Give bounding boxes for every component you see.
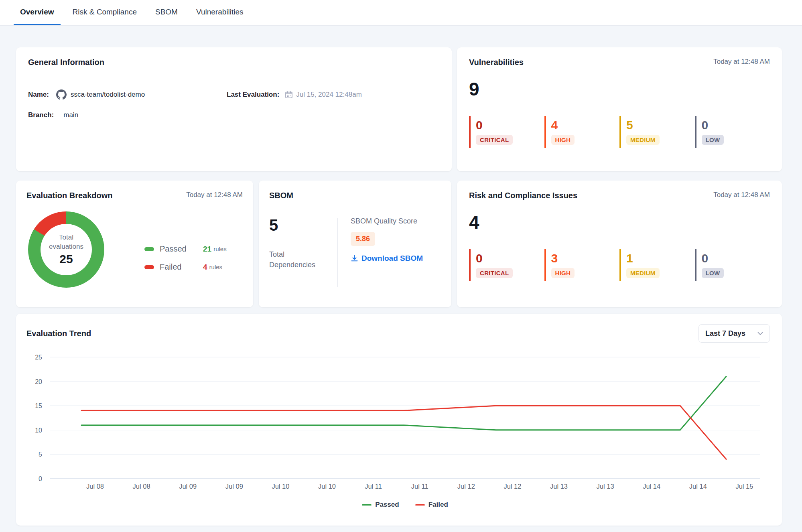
branch-value: main bbox=[63, 111, 78, 119]
risk-compliance-total: 4 bbox=[469, 213, 770, 231]
card-title: General Information bbox=[28, 58, 440, 67]
svg-text:Jul 15: Jul 15 bbox=[735, 483, 753, 490]
tab-sbom[interactable]: SBOM bbox=[149, 0, 184, 25]
svg-text:25: 25 bbox=[35, 354, 42, 361]
severity-count: 0 bbox=[702, 119, 770, 131]
svg-text:Jul 14: Jul 14 bbox=[643, 483, 660, 490]
evaluation-breakdown-timestamp: Today at 12:48 AM bbox=[186, 191, 243, 199]
severity-count: 0 bbox=[702, 252, 770, 264]
legend-row-failed: Failed 4 rules bbox=[144, 262, 227, 272]
trend-chart-legend: PassedFailed bbox=[50, 501, 760, 509]
vulnerabilities-total: 9 bbox=[469, 80, 770, 98]
svg-text:Jul 14: Jul 14 bbox=[689, 483, 707, 490]
tab-overview[interactable]: Overview bbox=[14, 0, 61, 25]
trend-line-chart: 0510152025Jul 08Jul 08Jul 09Jul 09Jul 10… bbox=[16, 314, 782, 526]
card-title: SBOM bbox=[269, 191, 441, 200]
evaluation-breakdown-card: Evaluation Breakdown Today at 12:48 AM T… bbox=[16, 181, 253, 307]
legend-passed-unit: rules bbox=[213, 246, 227, 252]
calendar-icon bbox=[285, 91, 293, 99]
sbom-quality-score-badge: 5.86 bbox=[351, 232, 375, 246]
vulnerabilities-card: Vulnerabilities Today at 12:48 AM 9 0 CR… bbox=[457, 47, 782, 171]
severity-item: 4 HIGH bbox=[544, 116, 620, 148]
sbom-quality-score-label: SBOM Quality Score bbox=[351, 217, 423, 225]
failed-line-icon bbox=[415, 504, 425, 506]
severity-count: 3 bbox=[551, 252, 620, 264]
severity-count: 0 bbox=[476, 119, 544, 131]
severity-count: 4 bbox=[551, 119, 620, 131]
download-sbom-label: Download SBOM bbox=[361, 254, 423, 263]
trend-legend-label: Failed bbox=[428, 501, 448, 509]
svg-text:Jul 09: Jul 09 bbox=[179, 483, 197, 490]
branch-label: Branch: bbox=[28, 111, 54, 119]
severity-badge: HIGH bbox=[551, 268, 575, 278]
risk-compliance-severity-row: 0 CRITICAL 3 HIGH 1 MEDIUM 0 LOW bbox=[469, 249, 770, 281]
severity-item: 0 LOW bbox=[695, 116, 770, 148]
svg-text:10: 10 bbox=[35, 427, 42, 434]
svg-text:Jul 11: Jul 11 bbox=[411, 483, 428, 490]
severity-badge: LOW bbox=[702, 135, 724, 145]
sbom-card: SBOM 5 Total Dependencies SBOM Quality S… bbox=[259, 181, 451, 307]
svg-text:Jul 10: Jul 10 bbox=[318, 483, 336, 490]
download-icon bbox=[351, 255, 358, 262]
top-tab-bar: Overview Risk & Compliance SBOM Vulnerab… bbox=[0, 0, 802, 26]
severity-item: 0 LOW bbox=[695, 249, 770, 281]
legend-passed-label: Passed bbox=[160, 244, 203, 254]
svg-text:Jul 11: Jul 11 bbox=[365, 483, 382, 490]
svg-text:Jul 08: Jul 08 bbox=[133, 483, 150, 490]
severity-item: 5 MEDIUM bbox=[619, 116, 695, 148]
vulnerabilities-severity-row: 0 CRITICAL 4 HIGH 5 MEDIUM 0 LOW bbox=[469, 116, 770, 148]
trend-legend-item-failed[interactable]: Failed bbox=[415, 501, 448, 509]
severity-badge: MEDIUM bbox=[626, 268, 660, 278]
svg-text:15: 15 bbox=[35, 402, 42, 409]
risk-compliance-timestamp: Today at 12:48 AM bbox=[713, 191, 770, 199]
trend-legend-item-passed[interactable]: Passed bbox=[362, 501, 399, 509]
github-icon bbox=[56, 89, 67, 100]
legend-failed-unit: rules bbox=[209, 264, 223, 270]
repo-name-value: ssca-team/todolist-demo bbox=[71, 91, 145, 99]
evaluations-donut-chart: Total evaluations 25 bbox=[28, 211, 104, 288]
severity-badge: CRITICAL bbox=[476, 135, 513, 145]
severity-badge: HIGH bbox=[551, 135, 575, 145]
failed-pill-icon bbox=[144, 265, 154, 269]
svg-text:5: 5 bbox=[39, 451, 42, 458]
severity-count: 0 bbox=[476, 252, 544, 264]
total-dependencies-value: 5 bbox=[269, 217, 337, 233]
severity-item: 1 MEDIUM bbox=[619, 249, 695, 281]
legend-failed-count: 4 bbox=[203, 263, 207, 272]
legend-row-passed: Passed 21 rules bbox=[144, 244, 227, 254]
dashboard-content: General Information Name: ssca-team/todo… bbox=[0, 26, 802, 526]
name-label: Name: bbox=[28, 91, 49, 99]
download-sbom-link[interactable]: Download SBOM bbox=[351, 254, 423, 263]
severity-item: 3 HIGH bbox=[544, 249, 620, 281]
svg-text:Jul 09: Jul 09 bbox=[225, 483, 243, 490]
svg-text:Jul 10: Jul 10 bbox=[272, 483, 289, 490]
passed-line-icon bbox=[362, 504, 372, 506]
evaluation-trend-card: Evaluation Trend Last 7 Days 0510152025J… bbox=[16, 314, 782, 526]
general-information-card: General Information Name: ssca-team/todo… bbox=[16, 47, 452, 171]
legend-failed-label: Failed bbox=[160, 262, 203, 272]
card-title: Evaluation Breakdown bbox=[26, 191, 113, 200]
severity-badge: LOW bbox=[702, 268, 724, 278]
legend-passed-count: 21 bbox=[203, 245, 211, 254]
svg-text:Jul 13: Jul 13 bbox=[597, 483, 614, 490]
severity-badge: CRITICAL bbox=[476, 268, 513, 278]
total-dependencies-label: Total Dependencies bbox=[269, 249, 321, 270]
svg-text:20: 20 bbox=[35, 378, 42, 385]
severity-count: 5 bbox=[626, 119, 695, 131]
card-title: Risk and Compliance Issues bbox=[469, 191, 577, 200]
tab-risk-compliance[interactable]: Risk & Compliance bbox=[66, 0, 144, 25]
severity-item: 0 CRITICAL bbox=[469, 116, 544, 148]
svg-text:0: 0 bbox=[39, 475, 42, 482]
last-evaluation-value: Jul 15, 2024 12:48am bbox=[296, 91, 362, 99]
vulnerabilities-timestamp: Today at 12:48 AM bbox=[713, 58, 770, 66]
severity-count: 1 bbox=[626, 252, 695, 264]
trend-legend-label: Passed bbox=[375, 501, 399, 509]
svg-text:Jul 13: Jul 13 bbox=[550, 483, 568, 490]
risk-compliance-card: Risk and Compliance Issues Today at 12:4… bbox=[457, 181, 782, 307]
donut-total-value: 25 bbox=[59, 252, 73, 266]
vertical-divider bbox=[337, 218, 338, 287]
donut-center-label: Total evaluations bbox=[44, 233, 88, 252]
last-evaluation-label: Last Evaluation: bbox=[227, 91, 279, 99]
svg-text:Jul 12: Jul 12 bbox=[457, 483, 475, 490]
tab-vulnerabilities[interactable]: Vulnerabilities bbox=[190, 0, 250, 25]
